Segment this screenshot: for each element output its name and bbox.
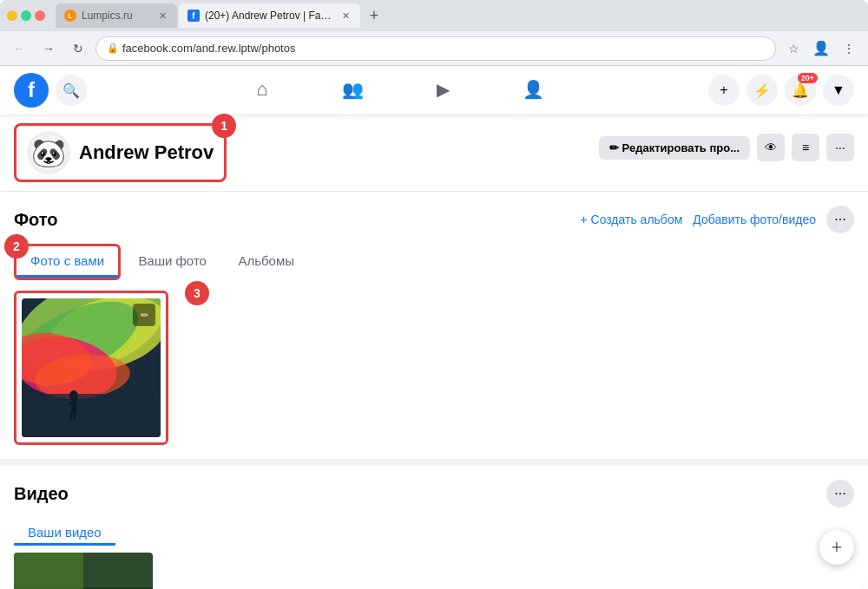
back-button[interactable]: ← <box>7 36 31 61</box>
profile-avatar: 🐼 <box>27 131 70 174</box>
svg-rect-10 <box>68 402 72 404</box>
add-icon: + <box>720 82 727 98</box>
watch-icon: ▶ <box>437 79 450 100</box>
add-button[interactable]: + <box>708 75 740 106</box>
tab-photos-with-you[interactable]: Фото с вами <box>16 246 118 278</box>
messenger-icon: ⚡ <box>753 82 771 99</box>
video-more-icon: ··· <box>834 486 845 501</box>
tab-albums[interactable]: Альбомы <box>224 246 308 278</box>
address-right-actions: ☆ 👤 ⋮ <box>781 36 861 61</box>
profile-button[interactable]: 👤 <box>809 36 833 61</box>
svg-rect-7 <box>22 394 161 437</box>
title-bar: L Lumpics.ru ✕ f (20+) Andrew Petrov | F… <box>0 0 868 31</box>
video-section: Видео ··· Ваши видео ✏ <box>0 466 868 589</box>
profile-actions: ✏ Редактировать про... 👁 ≡ ··· <box>599 134 854 172</box>
list-view-button[interactable]: ≡ <box>792 134 819 161</box>
friends-icon: 👥 <box>342 79 364 100</box>
photo-edit-button[interactable]: ✏ <box>133 304 155 326</box>
video-thumb-svg <box>14 553 153 589</box>
url-text: facebook.com/and.rew.lptw/photos <box>122 42 295 55</box>
search-button[interactable]: 🔍 <box>56 75 87 106</box>
video-title: Видео <box>14 484 826 504</box>
video-more-button[interactable]: ··· <box>826 480 854 507</box>
avatar-panda: 🐼 <box>27 131 70 174</box>
chevron-down-icon: ▼ <box>832 82 845 98</box>
ellipsis-icon: ··· <box>835 141 845 154</box>
annotation-badge-2: 2 <box>4 234 29 259</box>
lock-icon: 🔒 <box>107 43 119 54</box>
fab-plus-icon: + <box>832 536 843 559</box>
minimize-button[interactable] <box>7 10 17 21</box>
photos-section: Фото + Создать альбом Добавить фото/виде… <box>0 192 868 459</box>
nav-right: + ⚡ 🔔 20+ ▼ <box>708 75 854 106</box>
svg-rect-11 <box>74 402 78 404</box>
facebook-logo[interactable]: f <box>14 73 49 108</box>
close-button[interactable] <box>35 10 45 21</box>
photos-more-button[interactable]: ··· <box>826 206 854 233</box>
url-bar[interactable]: 🔒 facebook.com/and.rew.lptw/photos <box>95 36 776 61</box>
forward-button[interactable]: → <box>36 36 61 61</box>
nav-watch[interactable]: ▶ <box>399 69 486 111</box>
nav-center: ⌂ 👥 ▶ 👤 <box>87 69 708 111</box>
photo-tabs-wrapper: 2 Фото с вами Ваши фото Альбомы <box>14 244 308 280</box>
facebook-favicon: f <box>187 10 200 22</box>
video-section-header: Видео ··· <box>14 480 854 507</box>
tab-lumpics-close[interactable]: ✕ <box>157 9 168 23</box>
account-menu-button[interactable]: ▼ <box>823 75 854 106</box>
tab-facebook-close[interactable]: ✕ <box>340 9 352 23</box>
tab-your-photos[interactable]: Ваши фото <box>125 246 220 278</box>
photos-more-icon: ··· <box>834 212 845 227</box>
svg-rect-13 <box>73 413 76 420</box>
tabs-bar: L Lumpics.ru ✕ f (20+) Andrew Petrov | F… <box>56 3 861 28</box>
nav-groups[interactable]: 👤 <box>490 69 576 111</box>
lumpics-favicon: L <box>64 10 76 22</box>
new-tab-button[interactable]: + <box>362 3 386 28</box>
edit-profile-button[interactable]: ✏ Редактировать про... <box>599 136 750 160</box>
pencil-icon: ✏ <box>609 141 619 154</box>
svg-point-8 <box>69 390 78 401</box>
tab-your-videos[interactable]: Ваши видео <box>14 518 115 546</box>
svg-rect-12 <box>69 413 72 420</box>
floating-add-button[interactable]: + <box>819 530 854 565</box>
photo-tabs-annotation: 2 Фото с вами <box>14 244 121 280</box>
window-controls <box>7 10 45 21</box>
annotation-badge-1: 1 <box>212 114 236 138</box>
nav-home[interactable]: ⌂ <box>219 69 306 111</box>
profile-bar: 1 🐼 Andrew Petrov ✏ Редактировать про...… <box>0 115 868 192</box>
eye-icon: 👁 <box>765 141 777 154</box>
bookmark-button[interactable]: ☆ <box>781 36 806 61</box>
notifications-button[interactable]: 🔔 20+ <box>785 75 816 106</box>
facebook-toolbar: f 🔍 ⌂ 👥 ▶ 👤 + <box>0 66 868 115</box>
maximize-button[interactable] <box>21 10 31 21</box>
address-bar: ← → ↻ 🔒 facebook.com/and.rew.lptw/photos… <box>0 31 868 66</box>
nav-friends[interactable]: 👥 <box>309 69 396 111</box>
annotation-badge-3: 3 <box>185 281 209 305</box>
tab-facebook-label: (20+) Andrew Petrov | Facebook <box>205 10 335 22</box>
search-icon: 🔍 <box>62 82 80 99</box>
tab-facebook[interactable]: f (20+) Andrew Petrov | Facebook ✕ <box>179 3 360 28</box>
home-icon: ⌂ <box>256 78 267 101</box>
photos-grid-wrapper: 3 <box>14 291 854 445</box>
add-photo-link[interactable]: Добавить фото/видео <box>693 213 816 226</box>
eye-button[interactable]: 👁 <box>757 134 785 161</box>
notification-badge: 20+ <box>798 73 818 83</box>
profile-name: Andrew Petrov <box>79 141 214 164</box>
photos-grid-annotation: 3 <box>14 291 168 445</box>
more-profile-button[interactable]: ··· <box>826 134 854 161</box>
tab-lumpics-label: Lumpics.ru <box>82 10 133 22</box>
create-album-link[interactable]: + Создать альбом <box>580 213 682 226</box>
photos-section-actions: + Создать альбом Добавить фото/видео ··· <box>580 206 854 233</box>
bell-icon: 🔔 <box>792 82 809 99</box>
messenger-button[interactable]: ⚡ <box>746 75 778 106</box>
svg-rect-16 <box>14 553 83 589</box>
settings-button[interactable]: ⋮ <box>837 36 861 61</box>
list-icon: ≡ <box>802 141 809 154</box>
video-thumbnail[interactable]: ✏ <box>14 553 153 589</box>
photo-item-1[interactable]: ✏ <box>22 298 161 437</box>
main-content[interactable]: Фото + Создать альбом Добавить фото/виде… <box>0 192 868 589</box>
browser-content: f 🔍 ⌂ 👥 ▶ 👤 + <box>0 66 868 589</box>
photos-title: Фото <box>14 210 580 230</box>
refresh-button[interactable]: ↻ <box>66 36 90 61</box>
tab-lumpics[interactable]: L Lumpics.ru ✕ <box>56 3 177 28</box>
groups-icon: 👤 <box>523 79 544 100</box>
